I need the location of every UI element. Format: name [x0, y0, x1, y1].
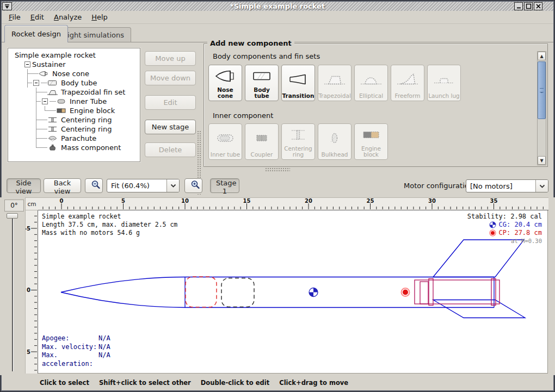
tree-connector: [32, 143, 41, 152]
add-elliptical-button: Elliptical: [354, 65, 388, 101]
add-inner-tube-button: Inner tube: [208, 123, 242, 160]
tree-item-sustainer[interactable]: Sustainer: [8, 60, 140, 69]
status-hint: Double-click to edit: [201, 379, 269, 387]
stability-block: Stability: 2.98 cal CG: 20.4 cm CP: 27.8…: [467, 213, 542, 245]
apogee-row: Apogee:N/A: [42, 334, 110, 343]
tab-rocket-design[interactable]: Rocket design: [4, 25, 68, 42]
tree-expander-icon[interactable]: [32, 78, 41, 88]
tree-item-nose-cone[interactable]: Nose cone: [8, 69, 140, 78]
window-title: *Simple example rocket: [2, 2, 553, 10]
mach-value: at M=0.30: [511, 237, 542, 245]
tree-item-mass-component[interactable]: Mass component: [8, 143, 140, 152]
tree-connector: [32, 115, 41, 125]
status-hint: Click to select: [40, 379, 89, 387]
inner-tube-outline: [415, 280, 499, 304]
tree-item-centering-ring[interactable]: Centering ring: [8, 125, 140, 134]
innertube-icon: [56, 98, 67, 105]
tree-item-parachute[interactable]: Parachute: [8, 134, 140, 143]
tree-item-label: Engine block: [70, 107, 115, 115]
menu-help[interactable]: Help: [87, 12, 113, 22]
app-window: *Simple example rocket FileEditAnalyzeHe…: [0, 0, 555, 392]
tree-connector: [41, 143, 47, 152]
tab-label: Flight simulations: [61, 31, 124, 39]
component-button-label: Freeform: [395, 93, 421, 99]
svg-text:0: 0: [27, 287, 30, 293]
add-nose-cone-button[interactable]: Nose cone: [208, 65, 242, 101]
centering-ring-rear: [491, 279, 496, 306]
mass-icon: [47, 144, 58, 151]
scroll-up-icon[interactable]: ▲: [538, 52, 546, 60]
move-down-button[interactable]: Move down: [145, 71, 196, 85]
menu-file[interactable]: File: [4, 12, 26, 22]
add-freeform-button: Freeform: [391, 65, 424, 101]
parachute-icon: [47, 135, 58, 142]
scrollbar-thumb[interactable]: [538, 61, 546, 119]
scroll-down-icon[interactable]: ▼: [538, 156, 546, 165]
move-up-button[interactable]: Move up: [145, 51, 196, 66]
add-centering-ring-button: Centering ring: [281, 123, 315, 160]
rocket-side-view-canvas[interactable]: Simple example rocket Length 37.5 cm, ma…: [38, 210, 548, 374]
tree-item-simple-example-rocket[interactable]: Simple example rocket: [8, 51, 140, 60]
engineblock-icon: [355, 124, 387, 146]
freeform-icon: [391, 65, 424, 93]
max-velocity-value: N/A: [98, 343, 110, 352]
elliptical-icon: [355, 65, 387, 93]
tree-item-body-tube[interactable]: Body tube: [8, 78, 140, 88]
fin-bottom: [433, 300, 525, 318]
cp-value: CP: 27.8 cm: [499, 229, 542, 237]
back-view-button[interactable]: Back view: [44, 178, 81, 193]
horizontal-splitter-handle[interactable]: [265, 167, 290, 172]
edit-button[interactable]: Edit: [145, 95, 196, 110]
minimize-button[interactable]: [514, 2, 523, 10]
group-title: Add new component: [207, 39, 294, 47]
motor-mount-assembly: [415, 279, 499, 306]
svg-text:25: 25: [367, 198, 374, 204]
tree-expander-icon[interactable]: [41, 97, 50, 106]
magnifier-minus-icon: [91, 180, 101, 190]
cg-value: CG: 20.4 cm: [499, 221, 542, 229]
mass-component-outline: [221, 278, 254, 307]
centeringring-icon: [282, 124, 314, 146]
tree-item-trapezoidal-fin-set[interactable]: Trapezoidal fin set: [8, 88, 140, 97]
menubar: FileEditAnalyzeHelp: [2, 11, 553, 24]
stage-1-toggle[interactable]: Stage 1: [210, 178, 239, 193]
titlebar[interactable]: *Simple example rocket: [2, 2, 553, 11]
chevron-down-icon[interactable]: [166, 179, 179, 192]
menu-edit[interactable]: Edit: [26, 12, 49, 22]
tree-item-centering-ring[interactable]: Centering ring: [8, 115, 140, 125]
side-view-button[interactable]: Side view: [7, 178, 41, 193]
motor-configuration-select[interactable]: [No motors]: [466, 179, 548, 192]
rotation-slider-handle[interactable]: [7, 213, 18, 219]
new-stage-button[interactable]: New stage: [145, 120, 196, 134]
mach-row: at M=0.30: [467, 237, 542, 245]
apogee-label: Apogee:: [42, 334, 98, 343]
svg-text:15: 15: [243, 198, 251, 204]
status-hint: Click+drag to move: [279, 379, 348, 387]
add-transition-button[interactable]: Transition: [281, 65, 315, 101]
finset-icon: [47, 89, 58, 96]
close-icon: [535, 3, 541, 9]
zoom-in-button[interactable]: [184, 178, 202, 193]
centering-ring-front: [429, 279, 433, 306]
tree-expander-icon[interactable]: [23, 60, 32, 69]
add-component-group: Add new component Body components and fi…: [203, 43, 548, 167]
menu-analyze[interactable]: Analyze: [49, 12, 87, 22]
max-velocity-row: Max. velocity:N/A: [42, 343, 110, 352]
cp-row: CP: 27.8 cm: [467, 229, 542, 237]
zoom-out-button[interactable]: [85, 178, 103, 193]
rocket-diagram-panel: 0° cm 05101520253035 -505: [0, 197, 555, 375]
component-panel-scrollbar[interactable]: ▲ ▼: [537, 51, 546, 165]
window-menu-icon[interactable]: [2, 2, 12, 10]
zoom-level-select[interactable]: Fit (60.4%): [107, 179, 180, 192]
add-body-tube-button[interactable]: Body tube: [245, 65, 279, 101]
component-button-label: Launch lug: [428, 93, 460, 99]
maximize-button[interactable]: [524, 2, 533, 10]
section-label-inner-component: Inner component: [213, 111, 273, 120]
close-button[interactable]: [534, 2, 542, 10]
tree-item-engine-block[interactable]: Engine block: [8, 106, 140, 115]
tree-item-inner-tube[interactable]: Inner Tube: [8, 97, 140, 106]
rotation-slider-track[interactable]: [12, 215, 14, 371]
component-tree[interactable]: Simple example rocketSustainerNose coneB…: [8, 48, 140, 162]
chevron-down-icon[interactable]: [535, 180, 548, 192]
delete-button[interactable]: Delete: [145, 142, 196, 157]
